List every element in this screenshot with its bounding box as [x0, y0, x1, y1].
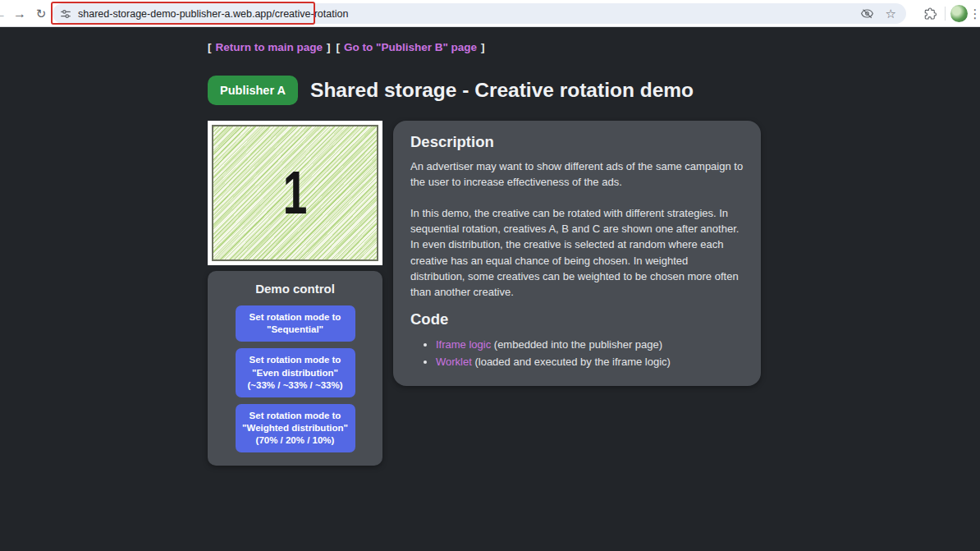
- iframe-logic-link[interactable]: Iframe logic: [436, 338, 491, 351]
- creative-image: 1: [212, 125, 378, 261]
- page-body: [ Return to main page ] [ Go to "Publish…: [0, 27, 980, 551]
- link-suffix: (loaded and executed by the iframe logic…: [472, 356, 671, 368]
- button-line: "Weighted distribution": [240, 422, 350, 434]
- bracket-close: ]: [327, 41, 331, 53]
- publisher-badge: Publisher A: [208, 76, 298, 105]
- description-paragraph: In this demo, the creative can be rotate…: [410, 205, 744, 300]
- worklet-link[interactable]: Worklet: [436, 356, 472, 368]
- button-line: (70% / 20% / 10%): [240, 434, 350, 447]
- description-paragraph: An advertiser may want to show different…: [410, 158, 744, 190]
- button-line: Set rotation mode to: [240, 410, 350, 422]
- description-heading: Description: [410, 133, 744, 151]
- site-settings-icon[interactable]: [60, 8, 71, 20]
- return-link-group: [ Return to main page ]: [208, 41, 331, 53]
- list-item: Iframe logic (embedded into the publishe…: [436, 336, 744, 353]
- link-suffix: (embedded into the publisher page): [491, 338, 662, 351]
- top-nav-links: [ Return to main page ] [ Go to "Publish…: [208, 41, 980, 53]
- ad-iframe: 1: [208, 121, 382, 265]
- title-row: Publisher A Shared storage - Creative ro…: [208, 76, 980, 105]
- return-main-page-link[interactable]: Return to main page: [216, 41, 323, 53]
- button-line: Set rotation mode to: [240, 354, 350, 366]
- demo-control-title: Demo control: [208, 282, 382, 296]
- button-line: "Sequential": [240, 324, 350, 336]
- profile-avatar[interactable]: [950, 5, 968, 22]
- back-icon[interactable]: ←: [0, 0, 10, 27]
- extensions-icon[interactable]: [923, 6, 938, 21]
- list-item: Worklet (loaded and executed by the ifra…: [436, 353, 744, 370]
- eye-off-icon[interactable]: [860, 7, 874, 21]
- code-links-list: Iframe logic (embedded into the publishe…: [410, 336, 744, 370]
- rotation-mode-sequential-button[interactable]: Set rotation mode to "Sequential": [236, 305, 355, 342]
- publisher-b-page-link[interactable]: Go to "Publisher B" page: [344, 41, 477, 53]
- code-heading: Code: [410, 310, 744, 328]
- rotation-mode-even-distribution-button[interactable]: Set rotation mode to "Even distribution"…: [236, 348, 355, 397]
- main-content: 1 Demo control Set rotation mode to "Seq…: [208, 121, 980, 466]
- reload-icon[interactable]: ↻: [31, 0, 51, 27]
- url-text: shared-storage-demo-publisher-a.web.app/…: [78, 8, 348, 20]
- bracket-open: [: [208, 41, 212, 53]
- description-card: Description An advertiser may want to sh…: [393, 121, 761, 386]
- toolbar-divider: [945, 7, 946, 21]
- publisher-b-link-group: [ Go to "Publisher B" page ]: [337, 41, 485, 53]
- left-column: 1 Demo control Set rotation mode to "Seq…: [208, 121, 382, 466]
- rotation-mode-weighted-distribution-button[interactable]: Set rotation mode to "Weighted distribut…: [236, 404, 355, 453]
- button-line: "Even distribution": [240, 367, 350, 379]
- url-bar[interactable]: shared-storage-demo-publisher-a.web.app/…: [53, 3, 906, 24]
- button-line: (~33% / ~33% / ~33%): [240, 379, 350, 392]
- bracket-close: ]: [481, 41, 485, 53]
- page-title: Shared storage - Creative rotation demo: [310, 79, 694, 102]
- browser-toolbar: ← → ↻ shared-storage-demo-publisher-a.we…: [0, 0, 980, 27]
- creative-number: 1: [283, 163, 308, 223]
- button-line: Set rotation mode to: [240, 311, 350, 324]
- browser-menu-icon[interactable]: ⋮: [967, 0, 980, 27]
- forward-icon[interactable]: →: [10, 0, 30, 27]
- bookmark-star-icon[interactable]: ☆: [886, 7, 896, 20]
- demo-control-panel: Demo control Set rotation mode to "Seque…: [208, 271, 382, 466]
- bracket-open: [: [337, 41, 341, 53]
